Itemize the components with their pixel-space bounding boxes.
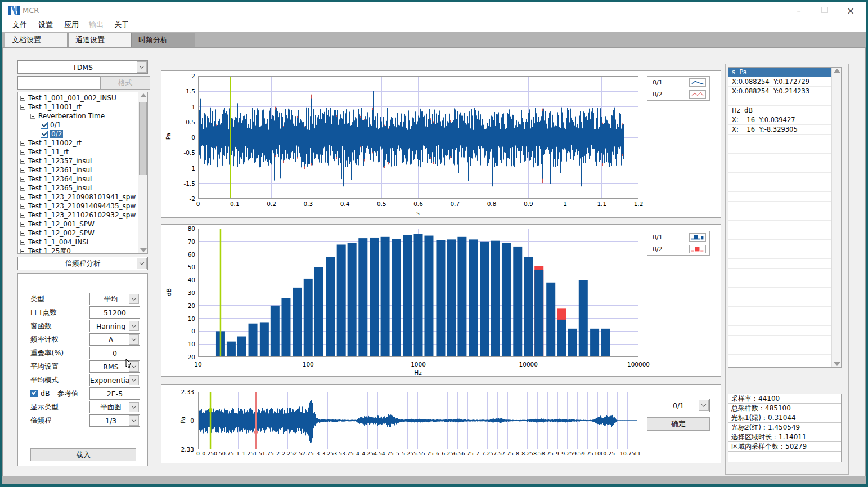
readout-row[interactable] bbox=[728, 326, 831, 336]
checkbox-checked-icon[interactable] bbox=[41, 122, 48, 129]
tree-item[interactable]: Test 1_12365_insul bbox=[20, 184, 137, 193]
minimize-button[interactable]: – bbox=[790, 4, 807, 17]
db-checkbox[interactable] bbox=[30, 390, 38, 397]
scroll-down-icon[interactable] bbox=[140, 248, 147, 252]
menu-about[interactable]: 关于 bbox=[112, 18, 131, 32]
tree-item[interactable]: Test 1_12_002_SPW bbox=[20, 229, 137, 238]
analysis-type-select[interactable]: 倍频程分析 bbox=[17, 257, 148, 270]
form-select[interactable]: A bbox=[89, 333, 140, 346]
readout-row[interactable] bbox=[728, 202, 831, 211]
scroll-down-icon[interactable] bbox=[834, 362, 840, 366]
tree-item[interactable]: Test 1_123_210908101941_spw bbox=[20, 193, 137, 202]
readout-row[interactable] bbox=[728, 288, 831, 297]
readout-row[interactable] bbox=[728, 269, 831, 278]
load-button[interactable]: 载入 bbox=[30, 448, 136, 461]
tab-channel-settings[interactable]: 通道设置 bbox=[68, 33, 131, 47]
form-input[interactable] bbox=[89, 347, 140, 359]
readout-row[interactable] bbox=[728, 192, 831, 202]
expand-icon[interactable] bbox=[20, 195, 25, 200]
readout-row[interactable] bbox=[728, 316, 831, 326]
readout-row[interactable] bbox=[728, 144, 831, 154]
readout-row[interactable] bbox=[728, 297, 831, 307]
expand-icon[interactable] bbox=[20, 231, 25, 236]
cursor-readout-list[interactable]: s PaX:0.088254 Y:0.172729X:0.088254 Y:0.… bbox=[728, 67, 842, 368]
tree-item[interactable]: Test 1_123_210914094435_spw bbox=[20, 202, 137, 211]
file-format-select[interactable]: TDMS bbox=[17, 60, 148, 74]
octave-band-plot[interactable] bbox=[198, 229, 638, 357]
menu-apply[interactable]: 应用 bbox=[62, 18, 81, 32]
form-select[interactable]: 1/3 bbox=[89, 414, 140, 427]
expand-icon[interactable] bbox=[20, 159, 25, 164]
tree-item[interactable]: Reverberation Time bbox=[20, 111, 137, 120]
expand-icon[interactable] bbox=[20, 213, 25, 218]
expand-icon[interactable] bbox=[20, 141, 25, 146]
tree-item[interactable]: Test 1_12361_insul bbox=[20, 166, 137, 175]
readout-row[interactable] bbox=[728, 182, 831, 192]
tab-document-settings[interactable]: 文档设置 bbox=[5, 33, 68, 47]
tree-item[interactable]: Test 1_123_211026102932_spw bbox=[20, 211, 137, 220]
full-record-plot[interactable] bbox=[198, 392, 637, 449]
tab-timefreq-analysis[interactable]: 时频分析 bbox=[131, 33, 195, 47]
file-tree[interactable]: Test 1_001_001_002_INSUTest 1_11001_rtRe… bbox=[17, 92, 148, 254]
readout-row[interactable] bbox=[728, 221, 831, 230]
collapse-icon[interactable] bbox=[20, 105, 25, 110]
list-scrollbar[interactable] bbox=[831, 68, 841, 367]
readout-row[interactable]: X: 16 Y:0.039427 bbox=[728, 115, 831, 125]
tree-item[interactable]: Test 1_1_004_INSI bbox=[20, 238, 137, 247]
readout-row[interactable] bbox=[728, 230, 831, 240]
tree-item[interactable]: Test 1_12_001_SPW bbox=[20, 220, 137, 229]
cursor1-green-handle[interactable] bbox=[209, 408, 212, 412]
expand-icon[interactable] bbox=[20, 240, 25, 245]
menu-settings[interactable]: 设置 bbox=[36, 18, 55, 32]
form-select[interactable]: RMS bbox=[89, 360, 140, 373]
tree-item[interactable]: Test 1_11001_rt bbox=[20, 102, 137, 111]
tree-scrollbar[interactable] bbox=[138, 92, 147, 253]
form-input[interactable] bbox=[89, 306, 140, 319]
readout-row[interactable] bbox=[728, 135, 831, 144]
readout-row[interactable] bbox=[728, 154, 831, 163]
expand-icon[interactable] bbox=[20, 96, 25, 101]
scroll-up-icon[interactable] bbox=[834, 69, 840, 73]
readout-row[interactable] bbox=[728, 355, 831, 364]
tree-item[interactable]: 0/2 bbox=[20, 129, 137, 138]
legend-item[interactable]: 0/1 bbox=[647, 77, 709, 88]
close-button[interactable]: × bbox=[842, 4, 859, 17]
readout-row[interactable]: X:0.088254 Y:0.172729 bbox=[728, 77, 831, 87]
tree-item[interactable]: Test 1_11002_rt bbox=[20, 138, 137, 148]
readout-row[interactable] bbox=[728, 345, 831, 355]
expand-icon[interactable] bbox=[20, 249, 25, 254]
time-waveform-plot[interactable] bbox=[198, 76, 638, 199]
readout-row[interactable] bbox=[728, 249, 831, 259]
expand-icon[interactable] bbox=[20, 222, 25, 227]
readout-row[interactable]: X:0.088254 Y:0.214233 bbox=[728, 87, 831, 96]
checkbox-checked-icon[interactable] bbox=[41, 131, 48, 138]
menu-file[interactable]: 文件 bbox=[10, 18, 29, 32]
readout-row[interactable] bbox=[728, 96, 831, 106]
readout-header[interactable]: s Pa bbox=[728, 68, 831, 77]
legend-item[interactable]: 0/2 bbox=[647, 243, 709, 255]
legend-item[interactable]: 0/2 bbox=[647, 88, 709, 100]
channel-select[interactable]: 0/1 bbox=[647, 399, 710, 412]
cursor2-red-handle[interactable] bbox=[254, 430, 258, 434]
expand-icon[interactable] bbox=[20, 150, 25, 155]
readout-row[interactable] bbox=[728, 211, 831, 221]
readout-row[interactable] bbox=[728, 173, 831, 182]
reference-value-input[interactable] bbox=[89, 387, 140, 400]
expand-icon[interactable] bbox=[20, 204, 25, 209]
readout-row[interactable] bbox=[728, 307, 831, 316]
legend-item[interactable]: 0/1 bbox=[647, 231, 709, 243]
expand-icon[interactable] bbox=[20, 177, 25, 182]
form-select[interactable]: 平面图 bbox=[89, 401, 140, 413]
collapse-icon[interactable] bbox=[30, 114, 35, 119]
readout-row[interactable] bbox=[728, 259, 831, 269]
tree-item[interactable]: Test 1_12364_insul bbox=[20, 175, 137, 184]
form-select[interactable]: Hanning bbox=[89, 320, 140, 332]
readout-row[interactable]: Hz dB bbox=[728, 106, 831, 115]
expand-icon[interactable] bbox=[20, 168, 25, 173]
tree-item[interactable]: Test 1_11_rt bbox=[20, 148, 137, 157]
readout-row[interactable] bbox=[728, 336, 831, 345]
confirm-button[interactable]: 确定 bbox=[647, 417, 710, 431]
readout-row[interactable] bbox=[728, 163, 831, 173]
readout-row[interactable] bbox=[728, 278, 831, 288]
form-select[interactable]: 平均 bbox=[89, 293, 140, 305]
